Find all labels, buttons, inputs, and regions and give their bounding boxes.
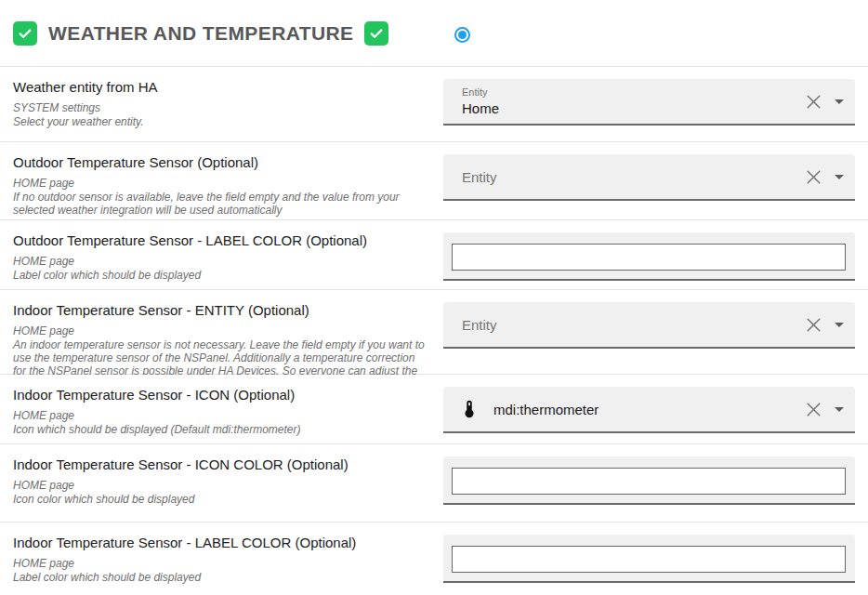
setting-row-indoor-label-color: Indoor Temperature Sensor - LABEL COLOR …	[0, 522, 868, 595]
section-title: WEATHER AND TEMPERATURE	[48, 22, 353, 45]
setting-row-indoor-icon: Indoor Temperature Sensor - ICON (Option…	[0, 375, 868, 444]
setting-description: Select your weather entity.	[13, 115, 429, 128]
setting-description: Label color which should be displayed	[13, 571, 429, 584]
setting-title: Weather entity from HA	[13, 78, 429, 96]
setting-description: If no outdoor sensor is available, leave…	[13, 191, 429, 217]
select-placeholder: Entity	[462, 317, 807, 333]
setting-category: HOME page	[13, 479, 429, 492]
indoor-label-color-input[interactable]	[452, 546, 846, 573]
section-enable-checkbox[interactable]	[13, 21, 37, 46]
clear-icon[interactable]	[807, 318, 821, 332]
setting-category: SYSTEM settings	[13, 101, 429, 114]
radio-dot	[458, 31, 467, 39]
setting-title: Outdoor Temperature Sensor (Optional)	[13, 153, 429, 171]
outdoor-entity-select[interactable]: Entity	[443, 154, 855, 201]
setting-category: HOME page	[13, 324, 429, 337]
setting-title: Outdoor Temperature Sensor - LABEL COLOR…	[13, 231, 429, 249]
select-value: mdi:thermometer	[493, 402, 598, 417]
indoor-icon-select[interactable]: mdi:thermometer	[443, 387, 855, 433]
setting-category: HOME page	[13, 557, 429, 570]
setting-row-weather-entity: Weather entity from HA SYSTEM settings S…	[0, 67, 868, 142]
thermometer-icon	[459, 399, 480, 419]
setting-row-outdoor-label-color: Outdoor Temperature Sensor - LABEL COLOR…	[0, 220, 868, 290]
select-value: Home	[462, 100, 807, 117]
clear-icon[interactable]	[807, 403, 821, 416]
select-label: Entity	[462, 86, 807, 99]
setting-title: Indoor Temperature Sensor - ENTITY (Opti…	[13, 301, 429, 319]
setting-title: Indoor Temperature Sensor - ICON COLOR (…	[13, 456, 429, 473]
weather-entity-select[interactable]: Entity Home	[443, 79, 855, 126]
indoor-icon-color-input[interactable]	[452, 468, 846, 495]
setting-title: Indoor Temperature Sensor - LABEL COLOR …	[13, 534, 429, 551]
chevron-down-icon[interactable]	[835, 175, 844, 179]
setting-row-indoor-entity: Indoor Temperature Sensor - ENTITY (Opti…	[0, 290, 868, 375]
section-radio[interactable]	[454, 27, 470, 43]
chevron-down-icon[interactable]	[835, 323, 844, 327]
setting-category: HOME page	[13, 255, 429, 268]
setting-description: Label color which should be displayed	[13, 269, 429, 282]
chevron-down-icon[interactable]	[835, 407, 844, 412]
color-input-wrap	[443, 232, 855, 281]
indoor-entity-select[interactable]: Entity	[443, 302, 855, 349]
setting-category: HOME page	[13, 177, 429, 190]
setting-description: Icon color which should be displayed	[13, 493, 429, 506]
clear-icon[interactable]	[807, 95, 821, 109]
check-icon	[368, 25, 385, 42]
outdoor-label-color-input[interactable]	[452, 244, 846, 271]
setting-row-indoor-icon-color: Indoor Temperature Sensor - ICON COLOR (…	[0, 444, 868, 522]
section-header: WEATHER AND TEMPERATURE	[0, 0, 868, 67]
setting-row-outdoor-sensor: Outdoor Temperature Sensor (Optional) HO…	[0, 142, 868, 220]
setting-description: Icon which should be displayed (Default …	[13, 423, 429, 436]
color-input-wrap	[443, 456, 855, 505]
check-icon	[17, 25, 33, 42]
clear-icon[interactable]	[807, 170, 821, 184]
weather-settings-page: WEATHER AND TEMPERATURE Weather entity f…	[0, 0, 868, 595]
select-placeholder: Entity	[462, 169, 807, 185]
setting-title: Indoor Temperature Sensor - ICON (Option…	[13, 386, 429, 403]
chevron-down-icon[interactable]	[835, 99, 844, 104]
color-input-wrap	[443, 535, 855, 583]
setting-category: HOME page	[13, 409, 429, 422]
section-confirm-checkbox[interactable]	[364, 21, 388, 46]
